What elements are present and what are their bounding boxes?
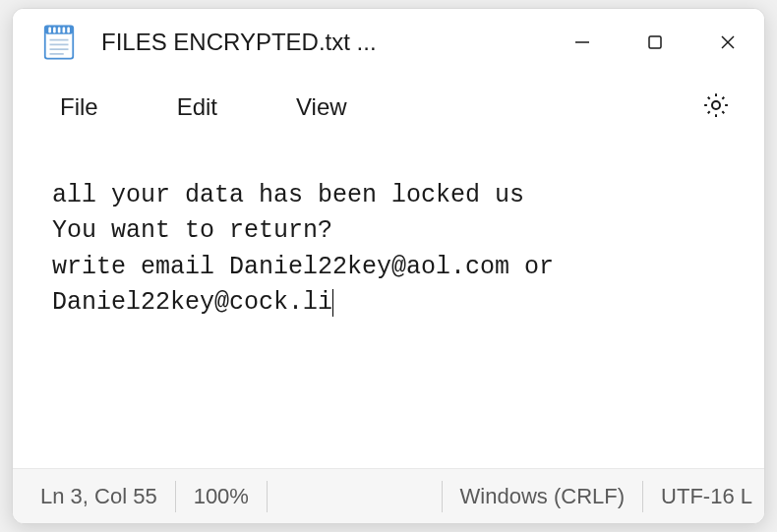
status-encoding: UTF-16 L [643, 481, 752, 512]
content-line: You want to return? [52, 216, 332, 245]
window-title: FILES ENCRYPTED.txt ... [101, 29, 546, 56]
text-cursor [332, 289, 333, 317]
content-line: all your data has been locked us [52, 181, 524, 209]
svg-rect-4 [58, 28, 61, 33]
svg-rect-5 [63, 28, 66, 33]
svg-rect-6 [67, 28, 70, 33]
status-line-ending: Windows (CRLF) [443, 481, 643, 512]
maximize-button[interactable] [619, 9, 691, 76]
notepad-icon [40, 24, 78, 61]
menu-view[interactable]: View [276, 86, 367, 129]
settings-button[interactable] [695, 85, 737, 130]
statusbar: Ln 3, Col 55 100% Windows (CRLF) UTF-16 … [13, 468, 764, 523]
svg-rect-3 [53, 28, 56, 33]
minimize-button[interactable] [546, 9, 619, 76]
status-position: Ln 3, Col 55 [40, 481, 176, 512]
titlebar: FILES ENCRYPTED.txt ... [13, 9, 764, 76]
content-line: write email Daniel22key@aol.com or [52, 253, 554, 281]
menu-file[interactable]: File [40, 86, 118, 129]
notepad-window: FILES ENCRYPTED.txt ... File Edit View [12, 8, 765, 524]
status-zoom[interactable]: 100% [176, 481, 268, 512]
menu-edit[interactable]: Edit [157, 86, 237, 129]
close-button[interactable] [691, 9, 764, 76]
text-area[interactable]: all your data has been locked us You wan… [13, 139, 764, 468]
window-controls [546, 9, 764, 76]
content-line: Daniel22key@cock.li [52, 288, 332, 317]
svg-point-15 [712, 101, 720, 109]
svg-rect-12 [649, 36, 661, 48]
svg-rect-2 [48, 28, 51, 33]
menubar: File Edit View [13, 76, 764, 139]
